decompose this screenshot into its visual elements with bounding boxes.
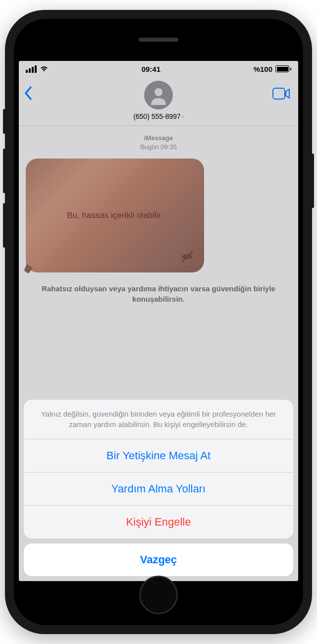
facetime-video-button[interactable] bbox=[272, 88, 290, 100]
battery-percentage: %100 bbox=[254, 65, 272, 73]
block-contact-button[interactable]: Kişiyi Engelle bbox=[24, 506, 293, 538]
ways-to-get-help-button[interactable]: Yardım Alma Yolları bbox=[24, 473, 293, 506]
sheet-message: Yalnız değilsin, güvendiğin birinden vey… bbox=[24, 400, 293, 440]
earpiece-speaker bbox=[139, 38, 178, 42]
wifi-icon bbox=[40, 65, 49, 72]
chat-meta: iMessage Bugün 09:35 bbox=[26, 134, 291, 152]
status-bar: 09:41 %100 bbox=[19, 61, 298, 77]
phone-device-frame: 09:41 %100 bbox=[5, 10, 312, 634]
message-adult-button[interactable]: Bir Yetişkine Mesaj At bbox=[24, 439, 293, 473]
back-button[interactable] bbox=[24, 86, 33, 101]
status-time: 09:41 bbox=[142, 65, 160, 73]
cellular-signal-icon bbox=[26, 65, 37, 73]
battery-icon bbox=[275, 65, 291, 72]
action-sheet: Yalnız değilsin, güvendiğin birinden vey… bbox=[24, 400, 293, 577]
timestamp-label: Bugün 09:35 bbox=[26, 143, 291, 152]
status-right: %100 bbox=[254, 65, 291, 73]
contact-info[interactable]: (650) 555-8997 › bbox=[26, 81, 291, 120]
eye-slash-icon bbox=[179, 249, 195, 265]
svg-point-0 bbox=[155, 88, 162, 96]
conversation-header: (650) 555-8997 › bbox=[19, 77, 298, 126]
screen: 09:41 %100 bbox=[19, 61, 298, 581]
sensitive-content-bubble[interactable]: Bu, hassas içerikli olabilir. bbox=[26, 159, 204, 272]
svg-rect-1 bbox=[273, 88, 285, 99]
chat-area: iMessage Bugün 09:35 Bu, hassas içerikli… bbox=[19, 126, 298, 312]
action-sheet-group: Yalnız değilsin, güvendiğin birinden vey… bbox=[24, 400, 293, 539]
service-label: iMessage bbox=[26, 134, 291, 143]
mute-switch bbox=[3, 109, 6, 134]
help-prompt-text: Rahatsız olduysan veya yardıma ihtiyacın… bbox=[26, 283, 291, 304]
volume-up-button bbox=[3, 149, 6, 193]
phone-bezel: 09:41 %100 bbox=[14, 19, 303, 625]
status-left bbox=[26, 65, 49, 73]
contact-number-label: (650) 555-8997 › bbox=[133, 112, 184, 120]
chevron-right-icon: › bbox=[182, 113, 184, 120]
person-icon bbox=[149, 85, 168, 105]
cancel-button[interactable]: Vazgeç bbox=[24, 543, 293, 576]
sensitive-warning-label: Bu, hassas içerikli olabilir. bbox=[67, 211, 163, 220]
avatar bbox=[144, 81, 173, 109]
volume-down-button bbox=[3, 203, 6, 248]
home-button[interactable] bbox=[139, 576, 178, 614]
power-button bbox=[311, 154, 314, 208]
